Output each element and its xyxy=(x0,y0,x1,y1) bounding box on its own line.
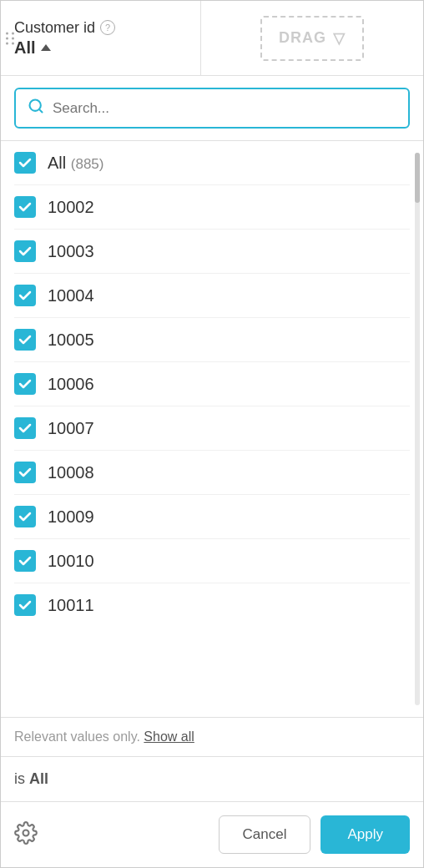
scrollbar-thumb[interactable] xyxy=(415,153,420,203)
cancel-button[interactable]: Cancel xyxy=(219,815,311,854)
field-label-text: Customer id xyxy=(14,19,95,37)
checkbox[interactable] xyxy=(14,240,36,262)
checkbox[interactable] xyxy=(14,373,36,395)
item-label: 10003 xyxy=(48,242,94,261)
checkbox[interactable] xyxy=(14,285,36,306)
action-buttons: Cancel Apply xyxy=(219,815,410,854)
field-value[interactable]: All xyxy=(14,38,187,58)
dot xyxy=(12,37,14,39)
search-container xyxy=(1,76,423,141)
is-all-section: is All xyxy=(1,756,423,801)
item-label: 10004 xyxy=(48,286,94,305)
checkbox[interactable] xyxy=(14,550,36,572)
item-label: 10010 xyxy=(48,552,94,571)
is-value: All xyxy=(29,770,48,787)
checkbox-item-all[interactable]: All (885) xyxy=(14,141,410,185)
svg-point-2 xyxy=(23,830,29,836)
item-label: 10008 xyxy=(48,463,94,482)
is-label: is xyxy=(14,770,25,787)
checkbox[interactable] xyxy=(14,462,36,483)
drag-label: DRAG xyxy=(279,29,326,47)
list-item[interactable]: 10003 xyxy=(14,230,410,274)
dot xyxy=(12,42,14,44)
item-label: 10006 xyxy=(48,375,94,394)
dot xyxy=(6,32,8,34)
help-icon[interactable]: ? xyxy=(100,20,115,35)
list-item[interactable]: 10006 xyxy=(14,362,410,406)
dot xyxy=(12,32,14,34)
checkbox[interactable] xyxy=(14,594,36,616)
list-item[interactable]: 10002 xyxy=(14,185,410,230)
item-label: 10002 xyxy=(48,198,94,217)
scrollbar-track xyxy=(415,153,420,705)
checkbox-all[interactable] xyxy=(14,152,36,174)
svg-line-1 xyxy=(39,109,43,113)
drag-handle[interactable] xyxy=(6,32,15,44)
list-item[interactable]: 10004 xyxy=(14,274,410,318)
list-item[interactable]: 10007 xyxy=(14,406,410,451)
all-item-count: (885) xyxy=(71,156,104,172)
customer-id-section: Customer id ? All xyxy=(1,1,201,75)
search-box xyxy=(14,88,410,129)
filter-icon: ▽ xyxy=(333,29,346,48)
list-item[interactable]: 10011 xyxy=(14,583,410,627)
item-label: 10009 xyxy=(48,507,94,527)
relevant-values-section: Relevant values only. Show all xyxy=(1,717,423,756)
field-value-text: All xyxy=(14,38,36,58)
show-all-link[interactable]: Show all xyxy=(144,729,194,744)
item-label: 10005 xyxy=(48,331,94,350)
filter-panel: Customer id ? All DRAG ▽ xyxy=(0,0,424,868)
apply-button[interactable]: Apply xyxy=(321,815,410,854)
list-item[interactable]: 10005 xyxy=(14,318,410,362)
dot xyxy=(6,37,8,39)
list-item[interactable]: 10008 xyxy=(14,451,410,495)
item-label: 10007 xyxy=(48,419,94,438)
checkbox[interactable] xyxy=(14,506,36,527)
checkbox[interactable] xyxy=(14,417,36,439)
checkbox[interactable] xyxy=(14,196,36,218)
checkbox-list: All (885) 10002 10003 xyxy=(1,141,423,717)
search-input[interactable] xyxy=(53,100,396,117)
settings-icon[interactable] xyxy=(14,821,38,848)
footer-actions: Cancel Apply xyxy=(1,801,423,867)
list-item[interactable]: 10010 xyxy=(14,539,410,583)
drag-target[interactable]: DRAG ▽ xyxy=(260,16,364,61)
list-wrapper: All (885) 10002 10003 xyxy=(1,141,423,717)
dot xyxy=(6,42,8,44)
checkbox[interactable] xyxy=(14,329,36,351)
header-row: Customer id ? All DRAG ▽ xyxy=(1,1,423,76)
drag-section: DRAG ▽ xyxy=(201,1,423,75)
list-item[interactable]: 10009 xyxy=(14,495,410,539)
relevant-text: Relevant values only. xyxy=(14,729,140,744)
search-icon xyxy=(28,98,44,119)
item-label: 10011 xyxy=(48,596,94,615)
all-item-label: All (885) xyxy=(48,154,103,173)
field-label: Customer id ? xyxy=(14,19,187,37)
chevron-up-icon xyxy=(41,44,51,51)
